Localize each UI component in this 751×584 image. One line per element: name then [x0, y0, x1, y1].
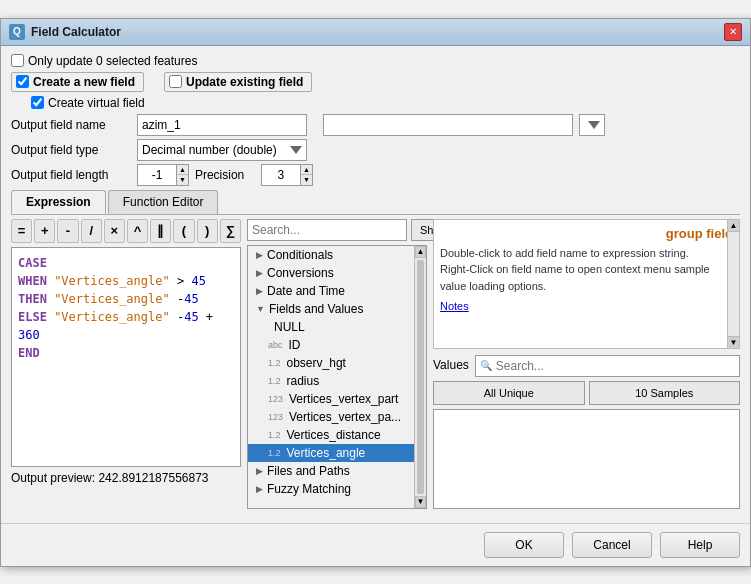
close-button[interactable]: ✕ [724, 23, 742, 41]
tree-search-row: Show Values [247, 219, 427, 241]
right-scroll-down[interactable]: ▼ [728, 336, 739, 348]
left-panel: = + - / × ^ ‖ ( ) ∑ CASE WHEN "Vertices_… [11, 219, 241, 509]
values-search-icon: 🔍 [480, 360, 492, 371]
help-button[interactable]: Help [660, 532, 740, 558]
vertices-vertex-pa-label: Vertices_vertex_pa... [289, 410, 401, 424]
main-three-panel: = + - / × ^ ‖ ( ) ∑ CASE WHEN "Vertices_… [11, 219, 740, 509]
update-existing-checkbox[interactable] [169, 75, 182, 88]
tab-bar: Expression Function Editor [11, 190, 740, 215]
create-new-field-checkbox[interactable] [16, 75, 29, 88]
values-label: Values [433, 358, 469, 372]
length-input[interactable] [137, 164, 177, 186]
radius-label: radius [287, 374, 320, 388]
output-field-name-row: Output field name [11, 114, 740, 136]
tab-expression[interactable]: Expression [11, 190, 106, 214]
expression-toolbar: = + - / × ^ ‖ ( ) ∑ [11, 219, 241, 243]
tree-content: ▶ Conditionals ▶ Conversions ▶ Date and … [248, 246, 414, 508]
notes-link[interactable]: Notes [440, 300, 733, 312]
values-search-input[interactable] [496, 356, 735, 376]
length-spin-down[interactable]: ▼ [177, 175, 188, 185]
precision-label: Precision [195, 168, 255, 182]
title-bar: Q Field Calculator ✕ [1, 19, 750, 46]
output-field-type-label: Output field type [11, 143, 131, 157]
output-field-name-input[interactable] [137, 114, 307, 136]
code-editor[interactable]: CASE WHEN "Vertices_angle" > 45 THEN "Ve… [11, 247, 241, 467]
tab-function-editor[interactable]: Function Editor [108, 190, 219, 214]
scroll-thumb[interactable] [417, 260, 424, 494]
values-list [433, 409, 740, 509]
id-label: ID [289, 338, 301, 352]
ok-button[interactable]: OK [484, 532, 564, 558]
create-new-field-label: Create a new field [33, 75, 135, 89]
date-and-time-label: Date and Time [267, 284, 345, 298]
open-paren-button[interactable]: ( [173, 219, 194, 243]
right-panel-scrollbar[interactable]: ▲ ▼ [727, 220, 739, 348]
create-virtual-row: Create virtual field [31, 96, 740, 110]
tree-item-radius[interactable]: 1.2 radius [248, 372, 414, 390]
output-field-name-right-input[interactable] [323, 114, 573, 136]
group-field-description: Double-click to add field name to expres… [440, 245, 733, 295]
only-update-row: Only update 0 selected features [11, 54, 740, 68]
output-field-name-right-select[interactable] [579, 114, 605, 136]
ten-samples-button[interactable]: 10 Samples [589, 381, 741, 405]
values-section: Values 🔍 All Unique 10 Samples [433, 355, 740, 509]
cancel-button[interactable]: Cancel [572, 532, 652, 558]
right-panel: group field Double-click to add field na… [433, 219, 740, 509]
tree-item-vertices-vertex-part[interactable]: 123 Vertices_vertex_part [248, 390, 414, 408]
pipe-button[interactable]: ‖ [150, 219, 171, 243]
tree-item-fuzzy-matching[interactable]: ▶ Fuzzy Matching [248, 480, 414, 498]
output-field-length-row: Output field length ▲ ▼ Precision ▲ ▼ [11, 164, 740, 186]
tree-item-observ-hgt[interactable]: 1.2 observ_hgt [248, 354, 414, 372]
only-update-label: Only update 0 selected features [28, 54, 197, 68]
output-field-length-label: Output field length [11, 168, 131, 182]
precision-input[interactable] [261, 164, 301, 186]
divide-button[interactable]: / [81, 219, 102, 243]
tree-item-vertices-vertex-pa[interactable]: 123 Vertices_vertex_pa... [248, 408, 414, 426]
output-field-type-select[interactable]: Decimal number (double) [137, 139, 307, 161]
tree-item-id[interactable]: abc ID [248, 336, 414, 354]
right-scroll-up[interactable]: ▲ [728, 220, 739, 232]
precision-spin-buttons: ▲ ▼ [301, 164, 313, 186]
tree-container: ▶ Conditionals ▶ Conversions ▶ Date and … [247, 245, 427, 509]
only-update-checkbox[interactable] [11, 54, 24, 67]
middle-panel: Show Values ▶ Conditionals ▶ Conversions [247, 219, 427, 509]
create-virtual-checkbox[interactable] [31, 96, 44, 109]
scroll-down-arrow[interactable]: ▼ [415, 496, 426, 508]
tree-item-files-and-paths[interactable]: ▶ Files and Paths [248, 462, 414, 480]
sigma-button[interactable]: ∑ [220, 219, 241, 243]
output-field-name-label: Output field name [11, 118, 131, 132]
update-existing-group: Update existing field [164, 72, 312, 92]
values-header-row: Values 🔍 [433, 355, 740, 377]
all-unique-button[interactable]: All Unique [433, 381, 585, 405]
window-title: Field Calculator [31, 25, 718, 39]
plus-button[interactable]: + [34, 219, 55, 243]
caret-button[interactable]: ^ [127, 219, 148, 243]
tree-scrollbar[interactable]: ▲ ▼ [414, 246, 426, 508]
tree-item-conditionals[interactable]: ▶ Conditionals [248, 246, 414, 264]
minus-button[interactable]: - [57, 219, 78, 243]
tree-item-fields-and-values[interactable]: ▼ Fields and Values [248, 300, 414, 318]
close-paren-button[interactable]: ) [197, 219, 218, 243]
tree-item-vertices-angle[interactable]: 1.2 Vertices_angle [248, 444, 414, 462]
main-content: Only update 0 selected features Create a… [1, 46, 750, 517]
tree-item-vertices-distance[interactable]: 1.2 Vertices_distance [248, 426, 414, 444]
fuzzy-matching-label: Fuzzy Matching [267, 482, 351, 496]
tree-item-date-and-time[interactable]: ▶ Date and Time [248, 282, 414, 300]
precision-spin-up[interactable]: ▲ [301, 165, 312, 176]
length-spinner: ▲ ▼ [137, 164, 189, 186]
multiply-button[interactable]: × [104, 219, 125, 243]
app-icon: Q [9, 24, 25, 40]
output-preview-row: Output preview: 242.8912187556873 [11, 471, 241, 485]
field-calculator-window: Q Field Calculator ✕ Only update 0 selec… [0, 18, 751, 567]
length-spin-up[interactable]: ▲ [177, 165, 188, 176]
values-buttons-row: All Unique 10 Samples [433, 381, 740, 405]
equals-button[interactable]: = [11, 219, 32, 243]
precision-spin-down[interactable]: ▼ [301, 175, 312, 185]
update-existing-label: Update existing field [186, 75, 303, 89]
tree-search-input[interactable] [247, 219, 407, 241]
tree-item-null[interactable]: NULL [248, 318, 414, 336]
scroll-up-arrow[interactable]: ▲ [415, 246, 426, 258]
tree-item-conversions[interactable]: ▶ Conversions [248, 264, 414, 282]
group-field-panel: group field Double-click to add field na… [433, 219, 740, 349]
sections-row: Create a new field Update existing field [11, 72, 740, 92]
